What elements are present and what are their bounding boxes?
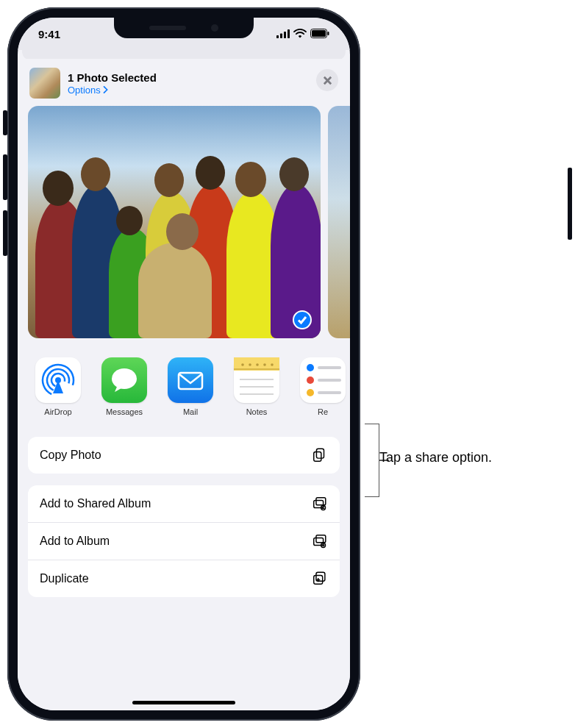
action-label: Copy Photo [40,449,101,462]
svg-rect-3 [288,29,290,38]
svg-rect-0 [276,35,279,38]
share-app-messages[interactable]: Messages [100,357,149,416]
close-button[interactable] [316,69,338,91]
action-label: Add to Shared Album [40,497,151,510]
svg-point-22 [271,363,274,366]
annotation-bracket [365,424,379,497]
svg-point-21 [263,363,266,366]
action-group-albums: Add to Shared Album Add to Album Duplica… [28,485,340,597]
share-app-notes[interactable]: Notes [232,357,281,416]
svg-point-19 [249,363,251,366]
svg-rect-35 [316,535,326,543]
svg-rect-6 [328,32,329,35]
annotation-text: Tap a share option. [379,450,492,465]
svg-point-23 [307,364,314,371]
action-copy-photo[interactable]: Copy Photo [28,437,340,474]
status-time: 9:41 [38,28,60,40]
airdrop-icon [35,357,81,403]
mail-icon [168,357,213,403]
notes-icon [234,357,279,403]
svg-point-18 [241,363,244,366]
action-add-album[interactable]: Add to Album [28,522,340,560]
messages-icon [101,357,147,403]
svg-rect-29 [316,449,324,458]
iphone-frame: 9:41 1 Photo Selected Op [7,7,360,721]
svg-rect-31 [316,498,326,505]
share-sheet: 1 Photo Selected Options [18,59,350,710]
battery-icon [310,28,329,40]
app-label: Notes [246,407,268,416]
svg-rect-12 [179,373,202,389]
home-indicator[interactable] [132,701,235,704]
notch [114,18,254,38]
svg-point-24 [307,377,314,384]
side-power-button [568,168,572,240]
add-album-icon [312,533,328,549]
share-title: 1 Photo Selected [68,71,157,85]
options-link[interactable]: Options [68,85,157,96]
header-thumbnail [29,68,60,99]
photo-preview-row[interactable] [18,106,350,351]
svg-rect-2 [284,32,286,38]
svg-point-34 [322,506,324,507]
share-sheet-header: 1 Photo Selected Options [18,59,350,106]
action-add-shared-album[interactable]: Add to Shared Album [28,485,340,522]
next-photo-peek[interactable] [328,106,350,338]
share-app-reminders[interactable]: Re [299,357,347,416]
selected-photo[interactable] [28,106,321,338]
copy-icon [312,447,328,463]
share-app-mail[interactable]: Mail [166,357,215,416]
app-label: AirDrop [44,407,71,416]
share-apps-row[interactable]: AirDrop Messages Mail [18,351,350,425]
svg-point-20 [256,363,259,366]
duplicate-icon [312,571,328,587]
action-group-copy: Copy Photo [28,437,340,474]
svg-rect-5 [312,30,326,37]
screen: 9:41 1 Photo Selected Op [18,18,350,710]
reminders-icon [300,357,346,403]
wifi-icon [293,28,307,40]
svg-point-11 [112,368,137,389]
svg-point-25 [307,389,314,396]
app-label: Re [318,407,328,416]
shared-album-icon [312,496,328,512]
share-app-airdrop[interactable]: AirDrop [34,357,82,416]
action-duplicate[interactable]: Duplicate [28,560,340,597]
svg-rect-30 [314,452,321,461]
options-label: Options [68,85,101,96]
app-label: Messages [106,407,143,416]
action-label: Duplicate [40,572,89,585]
svg-rect-1 [280,33,282,38]
action-label: Add to Album [40,535,110,548]
close-icon [323,76,332,85]
selected-checkmark-icon [293,310,312,329]
chevron-right-icon [103,86,109,93]
svg-rect-14 [234,368,279,370]
cellular-icon [276,28,290,40]
app-label: Mail [183,407,198,416]
